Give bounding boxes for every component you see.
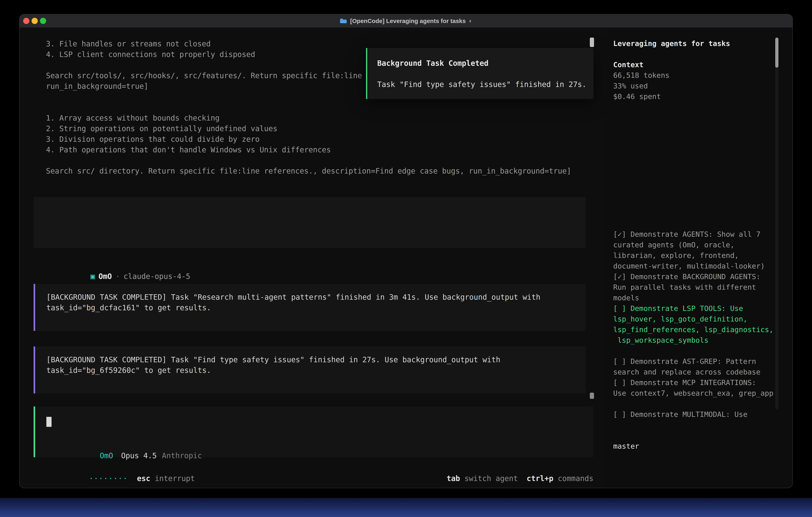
terminal-line: 3. Division operations that could divide…: [46, 134, 598, 144]
todo-item-line: [ ] Demonstrate MCP INTEGRATIONS:: [613, 377, 793, 388]
context-spent: $0.46 spent: [613, 91, 793, 102]
toast-body: Task "Find type safety issues" finished …: [377, 79, 593, 90]
todo-item-line-active: lsp_workspace_symbols: [613, 335, 793, 346]
todo-item-line: [✓] Demonstrate AGENTS: Show all 7: [613, 229, 793, 240]
message-meta: yeongyuQUEUED: [46, 313, 586, 324]
todo-section: ▼Todo [✓] Demonstrate AGENTS: Show all 7…: [613, 218, 793, 419]
input-model-name: Opus 4.5: [121, 452, 157, 460]
input-footer: OmOOpus 4.5Anthropic: [46, 440, 593, 451]
todo-item-line: [✓] Demonstrate BACKGROUND AGENTS:: [613, 271, 793, 282]
sidebar: Leveraging agents for tasks Context 66,5…: [605, 28, 793, 488]
todo-item-line: Run parallel tasks with different: [613, 282, 793, 293]
mcp-item: •grep_appConnected: [613, 134, 793, 144]
background-task-message: [BACKGROUND TASK COMPLETED] Task "Resear…: [34, 284, 586, 331]
window-controls: [23, 15, 46, 27]
workspace-section: ~/local-workspaces/oh-my-opencode: maste…: [613, 430, 793, 452]
terminal-line: 1. Array access without bounds checking: [46, 113, 598, 124]
message-line: [BACKGROUND TASK COMPLETED] Task "Find t…: [46, 354, 586, 365]
sidebar-scrollbar-track[interactable]: [775, 37, 778, 409]
context-used: 33% used: [613, 81, 793, 91]
desktop-wallpaper-strip: [0, 498, 812, 517]
blank-line: [613, 399, 793, 409]
oracle-task-title: ◉Oracle Task "Deep architecture review": [46, 207, 586, 217]
agent-name: OmO: [98, 272, 112, 281]
mcp-section: ▼MCP •context7Connected •grep_appConnect…: [613, 112, 793, 155]
context-heading: Context: [613, 59, 793, 70]
progress-icon: ◐: [469, 18, 472, 24]
todo-item-line: Use context7, websearch_exa, grep_app: [613, 388, 793, 399]
toast-title: Background Task Completed: [377, 58, 593, 69]
terminal-window: [OpenCode] Leveraging agents for tasks ◐…: [19, 14, 793, 488]
window-title: [OpenCode] Leveraging agents for tasks: [350, 18, 466, 24]
todo-item-line: [ ] Demonstrate AST-GREP: Pattern: [613, 356, 793, 366]
background-task-message: [BACKGROUND TASK COMPLETED] Task "Find t…: [34, 347, 586, 393]
status-bar: ········esc interrupt tab switch agentct…: [20, 463, 605, 473]
terminal-line: Search src/ directory. Return specific f…: [46, 166, 598, 176]
oracle-task-panel: ◉Oracle Task "Deep architecture review" …: [34, 197, 586, 248]
blank-line: [613, 346, 793, 356]
folder-icon: [340, 18, 347, 24]
tool-call-line: ⚙call_omo_agent [subagent_type=explore, …: [46, 102, 598, 113]
message-line: task_id="bg_dcfac161" to get results.: [46, 302, 586, 313]
session-title: Leveraging agents for tasks: [613, 38, 793, 49]
status-left: ········esc interrupt: [35, 463, 195, 473]
desktop: [OpenCode] Leveraging agents for tasks ◐…: [0, 0, 812, 517]
todo-item-line: librarian, explore, frontend,: [613, 250, 793, 261]
prompt-input[interactable]: OmOOpus 4.5Anthropic: [34, 406, 593, 457]
message-line: task_id="bg_6f59260c" to get results.: [46, 365, 586, 376]
lsp-section-header[interactable]: ▼LSP: [613, 165, 793, 176]
todo-item-line-active: lsp_hover, lsp_goto_definition,: [613, 314, 793, 324]
minimize-button[interactable]: [32, 18, 38, 24]
spinner-dots-icon: ········: [89, 474, 128, 483]
mcp-item: •context7Connected: [613, 123, 793, 134]
sidebar-footer: •OpenCode1.0.163: [613, 462, 793, 472]
status-right: tab switch agentctrl+p commands: [393, 463, 593, 473]
terminal-line: 2. String operations on potentially unde…: [46, 124, 598, 134]
blank-line: [46, 155, 598, 166]
separator-dot: ·: [115, 272, 120, 281]
message-meta: yeongyuQUEUED: [46, 376, 586, 386]
terminal-pane: 3. File handles or streams not closed 4.…: [20, 28, 605, 488]
lsp-item: •typescript: [613, 187, 793, 197]
oracle-hint: ctrl+x right, ctrl+x left to navigate be…: [46, 228, 586, 239]
close-button[interactable]: [23, 18, 29, 24]
todo-item-line: document-writer, multimodal-looker): [613, 261, 793, 271]
window-title-area: [OpenCode] Leveraging agents for tasks ◐: [340, 18, 472, 24]
message-line: [BACKGROUND TASK COMPLETED] Task "Resear…: [46, 292, 586, 302]
lsp-item: •eslint: [613, 197, 793, 208]
todo-item-line-active: lsp_find_references, lsp_diagnostics,: [613, 324, 793, 335]
sidebar-scrollbar-thumb[interactable]: [775, 37, 778, 67]
blank-line: [377, 69, 593, 79]
esc-key-hint: esc: [137, 474, 150, 483]
terminal-line: 4. Path operations that don't handle Win…: [46, 144, 598, 155]
background-task-toast: Background Task Completed Task "Find typ…: [366, 48, 593, 99]
zoom-button[interactable]: [40, 18, 46, 24]
blank-line: [46, 217, 586, 228]
window-content: 3. File handles or streams not closed 4.…: [20, 28, 792, 488]
ctrlp-key-hint: ctrl+p: [527, 474, 553, 483]
todo-item-line: curated agents (OmO, oracle,: [613, 240, 793, 250]
input-agent-name: OmO: [100, 452, 113, 460]
agent-checkbox-icon: ▣: [90, 272, 95, 281]
app-version-line: •OpenCode1.0.163: [613, 462, 793, 472]
todo-item-line-active: [ ] Demonstrate LSP TOOLS: Use: [613, 303, 793, 314]
input-provider-name: Anthropic: [162, 452, 202, 460]
lsp-section: ▼LSP •markdown-oxide •typescript •eslint: [613, 165, 793, 208]
tab-key-hint: tab: [446, 474, 460, 483]
mcp-item: •websearch_exaConnected: [613, 144, 793, 155]
terminal-line: 3. File handles or streams not closed: [46, 38, 598, 49]
todo-item-line: models: [613, 293, 793, 303]
context-section: Context 66,518 tokens 33% used $0.46 spe…: [613, 59, 793, 102]
titlebar[interactable]: [OpenCode] Leveraging agents for tasks ◐: [20, 15, 792, 28]
mcp-section-header[interactable]: ▼MCP: [613, 112, 793, 123]
lsp-item: •markdown-oxide: [613, 176, 793, 187]
todo-item-line: search and replace across codebase: [613, 366, 793, 377]
todo-section-header[interactable]: ▼Todo: [613, 218, 793, 229]
agent-header: ▣OmO·claude-opus-4-5: [46, 261, 605, 271]
context-tokens: 66,518 tokens: [613, 70, 793, 81]
terminal-scrollbar-marker[interactable]: [590, 393, 594, 399]
workspace-branch: master: [613, 441, 793, 452]
todo-item-line: [ ] Demonstrate MULTIMODAL: Use: [613, 409, 793, 419]
workspace-path: ~/local-workspaces/oh-my-opencode:: [613, 430, 793, 441]
terminal-scrollbar-thumb[interactable]: [590, 37, 594, 47]
